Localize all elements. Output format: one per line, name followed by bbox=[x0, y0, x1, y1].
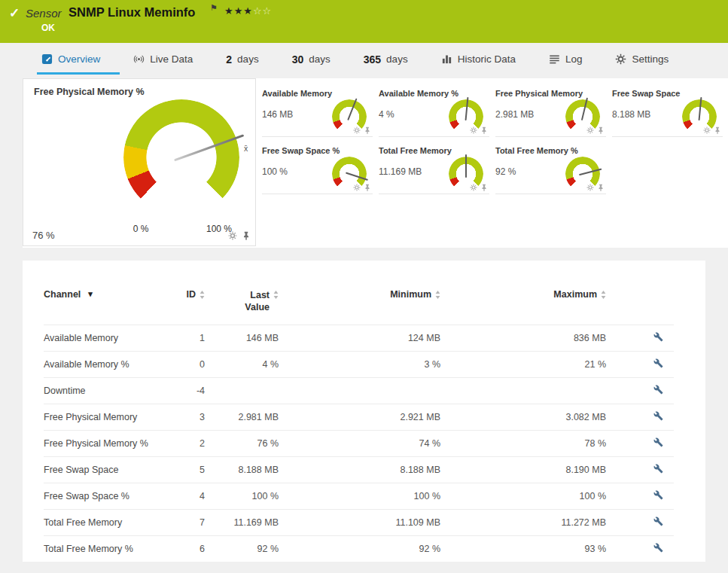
table-header-row: Channel▾ ID Last Value Minimum Maximum bbox=[44, 285, 674, 325]
pin-icon[interactable] bbox=[597, 126, 605, 134]
mean-marker: x̄ bbox=[244, 144, 248, 153]
tab-historic-data[interactable]: Historic Data bbox=[441, 43, 516, 75]
tab-log[interactable]: Log bbox=[549, 43, 583, 75]
channel-name: Free Swap Space % bbox=[44, 483, 164, 509]
stars-filled[interactable]: ★★★ bbox=[224, 5, 253, 17]
gear-icon[interactable] bbox=[228, 231, 237, 240]
stars-empty[interactable]: ☆☆ bbox=[253, 5, 272, 17]
tab-30-days[interactable]: 30 days bbox=[292, 43, 330, 75]
column-header-id[interactable]: ID bbox=[164, 285, 205, 325]
mini-gauge-title: Available Memory bbox=[262, 87, 373, 98]
status-check-icon: ✓ bbox=[9, 5, 20, 21]
status-badge: OK bbox=[41, 23, 55, 33]
pin-icon[interactable] bbox=[480, 126, 488, 134]
channel-settings-icon[interactable] bbox=[653, 358, 663, 368]
primary-channel-gauge-panel: Free Physical Memory % x̄ 0 % 100 % 76 % bbox=[23, 78, 256, 246]
channel-settings-icon[interactable] bbox=[653, 437, 663, 447]
gear-icon[interactable] bbox=[353, 184, 361, 191]
mini-gauge-card: Free Swap Space 8.188 MB bbox=[612, 87, 723, 137]
tab-overview[interactable]: Overview bbox=[41, 43, 100, 75]
pin-icon[interactable] bbox=[364, 126, 371, 134]
mini-gauge-title: Available Memory % bbox=[379, 87, 489, 98]
pin-icon[interactable] bbox=[714, 126, 721, 134]
tab-live-data[interactable]: Live Data bbox=[133, 43, 193, 75]
channel-id: 1 bbox=[164, 325, 205, 351]
channel-settings-icon[interactable] bbox=[653, 411, 663, 421]
mini-gauge-card: Available Memory 146 MB bbox=[262, 87, 373, 137]
tab-365-days[interactable]: 365 days bbox=[364, 43, 408, 75]
gear-icon[interactable] bbox=[586, 126, 594, 134]
pin-icon[interactable] bbox=[242, 231, 251, 240]
gear-icon[interactable] bbox=[470, 184, 477, 191]
channel-id: 6 bbox=[164, 535, 205, 562]
gear-icon[interactable] bbox=[703, 126, 711, 134]
channel-name: Total Free Memory bbox=[44, 509, 164, 535]
sort-icon bbox=[200, 291, 205, 299]
channel-maximum: 3.082 MB bbox=[440, 404, 606, 430]
column-header-maximum[interactable]: Maximum bbox=[440, 285, 606, 325]
tab-2-days[interactable]: 2 days bbox=[226, 43, 258, 75]
channel-last-value: 146 MB bbox=[205, 325, 279, 351]
tab-settings[interactable]: Settings bbox=[615, 43, 669, 75]
gauge-needle bbox=[465, 154, 467, 178]
mini-gauge-value: 8.188 MB bbox=[612, 109, 650, 134]
gear-icon[interactable] bbox=[470, 126, 477, 134]
channel-maximum bbox=[440, 377, 606, 404]
gauge-actions bbox=[470, 184, 488, 191]
channel-settings-icon[interactable] bbox=[653, 385, 663, 395]
gear-icon[interactable] bbox=[586, 184, 594, 191]
mini-gauge-title: Total Free Memory % bbox=[495, 145, 606, 155]
mini-gauge-value: 100 % bbox=[262, 166, 288, 191]
tab-number: 2 bbox=[226, 53, 232, 66]
channel-maximum: 93 % bbox=[440, 535, 606, 562]
channel-settings-icon[interactable] bbox=[653, 517, 663, 526]
channel-id: 0 bbox=[164, 351, 205, 377]
caret-down-icon: ▾ bbox=[88, 289, 93, 299]
mini-gauge-title: Total Free Memory bbox=[379, 145, 489, 155]
channel-name: Free Physical Memory % bbox=[44, 430, 164, 456]
priority-flag-icon[interactable]: ⚑ bbox=[210, 3, 218, 13]
column-label: ID bbox=[187, 289, 196, 300]
priority-stars[interactable]: ★★★☆☆ bbox=[224, 5, 272, 17]
channel-minimum: 74 % bbox=[279, 430, 440, 456]
channel-maximum: 100 % bbox=[440, 483, 606, 509]
primary-gauge-title: Free Physical Memory % bbox=[34, 87, 145, 97]
channel-settings-icon[interactable] bbox=[653, 464, 663, 474]
gauge-actions bbox=[586, 184, 605, 191]
channel-name: Available Memory % bbox=[44, 351, 164, 377]
tab-label: Log bbox=[565, 53, 583, 65]
channel-name: Total Free Memory % bbox=[44, 535, 164, 562]
channel-name: Free Swap Space bbox=[44, 456, 164, 483]
column-header-last-value[interactable]: Last Value bbox=[205, 285, 279, 325]
tab-number: 30 bbox=[292, 53, 304, 66]
mini-gauge-value: 2.981 MB bbox=[495, 109, 534, 134]
channel-minimum: 92 % bbox=[279, 535, 440, 562]
pin-icon[interactable] bbox=[480, 184, 488, 191]
column-label: Minimum bbox=[390, 289, 431, 300]
channel-settings-icon[interactable] bbox=[653, 332, 663, 342]
channel-minimum bbox=[279, 377, 440, 404]
table-row: Available Memory % 0 4 % 3 % 21 % bbox=[44, 351, 674, 377]
pin-icon[interactable] bbox=[597, 184, 605, 191]
mini-gauge-value: 92 % bbox=[495, 166, 516, 191]
pin-icon[interactable] bbox=[364, 184, 371, 191]
table-row: Free Physical Memory 3 2.981 MB 2.921 MB… bbox=[44, 404, 674, 430]
gear-icon[interactable] bbox=[353, 126, 361, 134]
channel-id: 5 bbox=[164, 456, 205, 483]
tab-number: 365 bbox=[364, 53, 381, 66]
gauge-actions bbox=[228, 231, 251, 240]
channel-maximum: 21 % bbox=[440, 351, 606, 377]
settings-gear-icon bbox=[615, 53, 626, 65]
channel-settings-icon[interactable] bbox=[653, 490, 663, 500]
column-header-actions bbox=[606, 285, 674, 325]
channel-last-value: 92 % bbox=[205, 535, 279, 562]
channel-minimum: 8.188 MB bbox=[279, 456, 440, 483]
mini-gauge-title: Free Physical Memory bbox=[495, 87, 606, 98]
column-header-minimum[interactable]: Minimum bbox=[279, 285, 440, 325]
tab-label: Live Data bbox=[150, 53, 193, 65]
column-header-channel[interactable]: Channel▾ bbox=[44, 285, 164, 325]
mini-gauge-value: 146 MB bbox=[262, 109, 293, 134]
channel-settings-icon[interactable] bbox=[653, 543, 663, 553]
tab-label: Overview bbox=[58, 53, 100, 65]
table-row: Total Free Memory % 6 92 % 92 % 93 % bbox=[44, 535, 674, 562]
